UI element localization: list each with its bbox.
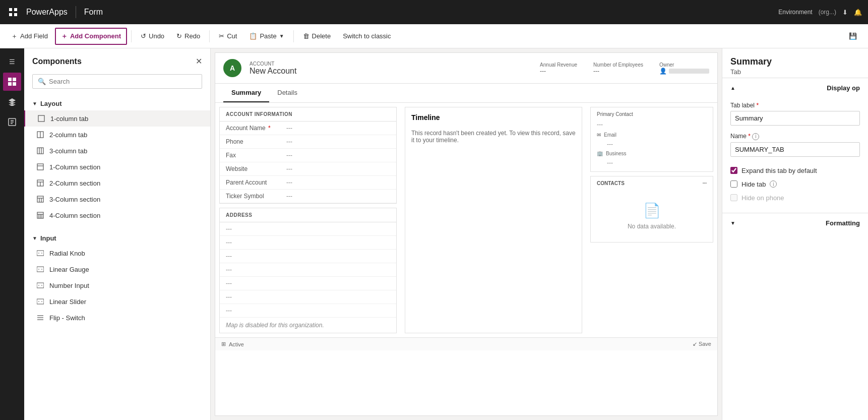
item-label: 1-column tab [50,115,88,123]
name-info-icon: i [752,133,759,140]
name-input[interactable] [730,142,860,157]
add-component-button[interactable]: ＋ Add Component [55,28,127,45]
business-label: Business [606,151,627,156]
layout-group-header[interactable]: ▼ Layout [24,97,210,110]
hide-tab-checkbox[interactable] [730,181,737,188]
two-column-section-item[interactable]: 2-Column section [24,175,210,191]
number-input-item[interactable]: Number Input [24,277,210,293]
website-field-label: Website [226,165,286,172]
nav-layers-icon[interactable] [3,93,21,111]
linear-slider-icon [36,297,44,306]
display-options-label: Display op [827,84,860,92]
contacts-more-icon[interactable]: ··· [703,181,707,186]
ticker-symbol-field-value: --- [286,193,390,200]
download-icon[interactable]: ⬇ [842,9,848,16]
plus-icon: ＋ [11,32,18,41]
toolbar-separator-1 [131,30,132,42]
bell-icon[interactable]: 🔔 [854,9,862,16]
address-row-3: --- [220,250,396,263]
one-column-tab-item[interactable]: 1-column tab [24,110,210,127]
right-panel-header: Summary Tab [722,48,868,78]
item-label: Linear Slider [49,298,86,306]
account-name-field-label: Account Name * [226,125,286,132]
formatting-header[interactable]: ▼ Formatting [722,213,868,233]
footer-status: ⊞ Active [221,341,244,347]
footer-save[interactable]: ↙ Save [693,341,711,347]
radial-knob-icon [36,249,44,257]
save-icon-button[interactable]: 💾 [844,29,862,43]
formatting-label: Formatting [826,219,860,227]
address-section: ADDRESS --- --- --- --- --- --- --- Map … [219,208,397,333]
svg-rect-9 [38,115,44,122]
undo-icon: ↺ [141,32,146,40]
undo-button[interactable]: ↺ Undo [136,29,169,43]
tab-summary[interactable]: Summary [223,84,269,102]
linear-slider-item[interactable]: Linear Slider [24,293,210,310]
hide-tab-label: Hide tab [741,181,766,188]
primary-contact-section: Primary Contact --- ✉ Email --- 🏢 Busine… [590,107,713,172]
fax-field-value: --- [286,152,390,159]
two-column-tab-item[interactable]: 2-column tab [24,127,210,143]
item-label: Number Input [49,282,89,289]
panel-close-button[interactable]: ✕ [196,56,202,66]
business-value: --- [597,158,707,167]
account-avatar: A [223,59,241,77]
map-disabled-message: Map is disabled for this organization. [220,318,396,333]
display-options-section: ▲ Display op Tab label * Name * i [722,78,868,213]
one-column-tab-icon [37,114,45,123]
canvas-area: A ACCOUNT New Account Annual Revenue ---… [211,48,722,420]
four-column-section-item[interactable]: 4-Column section [24,207,210,223]
display-options-header[interactable]: ▲ Display op [722,78,868,98]
cut-button[interactable]: ✂ Cut [214,29,242,43]
svg-rect-7 [13,82,16,86]
hide-phone-checkbox[interactable] [730,194,737,201]
three-column-tab-item[interactable]: 3-column tab [24,143,210,159]
ticker-symbol-field-row: Ticker Symbol --- [220,190,396,203]
nav-grid-icon[interactable] [3,73,21,91]
svg-rect-15 [37,164,43,170]
app-name: PowerApps [26,8,68,17]
nav-components-icon[interactable] [3,113,21,131]
svg-rect-12 [37,148,43,154]
employees-label: Number of Employees [593,62,643,68]
search-input[interactable] [49,78,197,85]
item-label: 4-Column section [49,212,100,219]
email-value: --- [597,140,707,149]
delete-button[interactable]: 🗑 Delete [298,29,336,43]
tab-label-label: Tab label * [730,102,860,109]
input-group-header[interactable]: ▼ Input [24,231,210,245]
redo-button[interactable]: ↻ Redo [171,29,205,43]
nav-menu-icon[interactable]: ☰ [3,52,21,71]
svg-rect-38 [37,299,44,304]
hide-phone-checkbox-row: Hide on phone [730,191,860,205]
expand-checkbox-row: Expand this tab by default [730,164,860,177]
tab-label-input[interactable] [730,111,860,126]
separator [76,6,76,18]
address-row-2: --- [220,236,396,250]
flip-switch-item[interactable]: Flip - Switch [24,310,210,326]
formatting-section: ▼ Formatting [722,213,868,233]
svg-rect-0 [9,8,12,11]
owner-label: Owner [659,62,709,68]
one-column-section-item[interactable]: 1-Column section [24,159,210,175]
flip-switch-icon [36,314,44,322]
name-label: Name * i [730,133,860,140]
switch-classic-button[interactable]: Switch to classic [338,29,396,43]
radial-knob-item[interactable]: Radial Knob [24,245,210,261]
address-row-4: --- [220,263,396,277]
owner-value: 👤 [659,68,709,75]
paste-dropdown-icon[interactable]: ▼ [279,33,284,39]
grid-icon[interactable] [6,5,20,19]
linear-gauge-item[interactable]: Linear Gauge [24,261,210,277]
input-group: ▼ Input Radial Knob Linear Gauge [24,227,210,330]
add-field-button[interactable]: ＋ Add Field [6,29,53,44]
three-column-section-item[interactable]: 3-Column section [24,191,210,207]
toolbar: ＋ Add Field ＋ Add Component ↺ Undo ↻ Red… [0,24,868,48]
expand-checkbox[interactable] [730,167,737,174]
primary-contact-label: Primary Contact [597,111,707,117]
tab-details[interactable]: Details [269,84,305,102]
status-expand-icon: ⊞ [221,341,226,347]
right-panel-title: Summary [730,56,860,67]
form-header: A ACCOUNT New Account Annual Revenue ---… [215,53,717,84]
paste-button[interactable]: 📋 Paste ▼ [244,29,289,43]
